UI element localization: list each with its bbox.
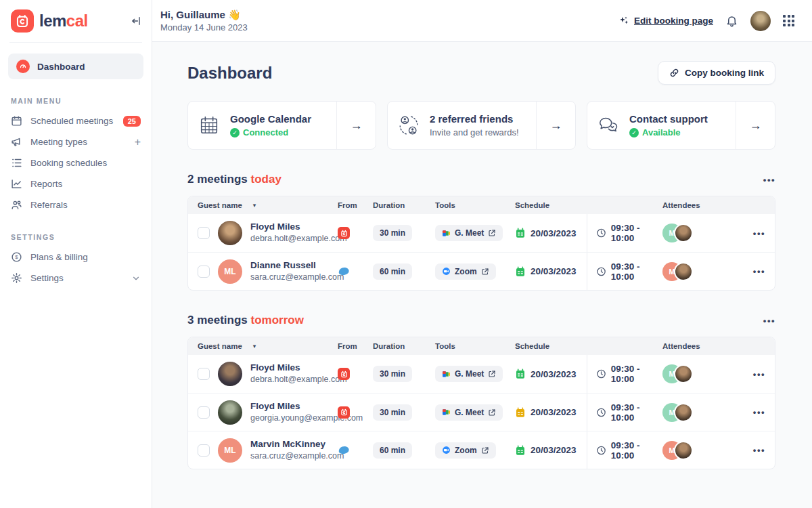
external-link-icon	[481, 446, 489, 454]
link-icon	[669, 68, 679, 78]
external-link-icon	[488, 370, 496, 378]
guest-name: Floyd Miles	[250, 221, 347, 233]
row-menu-button[interactable]: •••	[753, 266, 765, 276]
sidebar-item-reports[interactable]: Reports	[0, 173, 152, 194]
chevron-down-icon	[131, 274, 141, 283]
tool-link[interactable]: G. Meet	[435, 225, 503, 241]
sidebar-item-booking-schedules[interactable]: Booking schedules	[0, 152, 152, 173]
clock-icon	[596, 445, 606, 456]
lemlist-icon	[338, 445, 351, 455]
sidebar-item-plans-billing[interactable]: $ Plans & billing	[0, 247, 152, 268]
calendar-icon	[515, 368, 526, 379]
row-checkbox[interactable]	[198, 227, 210, 239]
column-schedule: Schedule	[515, 342, 662, 350]
attendee-avatar	[674, 262, 693, 281]
sidebar-item-dashboard[interactable]: Dashboard	[8, 54, 143, 79]
google-meet-icon	[442, 229, 451, 238]
section-menu-button[interactable]: •••	[763, 175, 775, 185]
edit-booking-page-link[interactable]: Edit booking page	[618, 16, 713, 26]
gear-icon	[11, 272, 22, 284]
table-header: Guest name▾ From Duration Tools Schedule…	[188, 196, 775, 214]
clock-icon	[596, 407, 606, 418]
apps-grid-icon[interactable]	[783, 15, 794, 26]
google-calendar-card[interactable]: Google Calendar ✓Connected →	[187, 101, 376, 150]
table-header: Guest name▾ From Duration Tools Schedule…	[188, 337, 775, 355]
section-title-today: 2 meetings today	[187, 173, 281, 186]
guest-email: debra.holt@example.com	[250, 233, 347, 245]
meeting-date: 20/03/2023	[531, 228, 577, 238]
guest-name: Floyd Miles	[250, 362, 347, 374]
wave-emoji: 👋	[228, 9, 241, 20]
row-checkbox[interactable]	[198, 444, 210, 457]
attendee-avatar	[674, 364, 693, 383]
attendee-avatar	[674, 441, 693, 460]
tool-link[interactable]: G. Meet	[435, 404, 503, 421]
clock-icon	[596, 228, 606, 238]
attendee-avatar	[674, 403, 693, 422]
notifications-bell-icon[interactable]	[725, 14, 738, 27]
check-icon: ✓	[629, 128, 639, 137]
logo: lemcal	[0, 0, 152, 42]
copy-booking-link-button[interactable]: Copy booking link	[658, 61, 775, 85]
google-meet-icon	[442, 370, 451, 379]
meetings-table-tomorrow: Guest name▾ From Duration Tools Schedule…	[187, 337, 775, 469]
section-menu-button[interactable]: •••	[763, 316, 775, 326]
svg-text:$: $	[15, 254, 18, 260]
arrow-right-icon[interactable]: →	[736, 102, 775, 149]
sidebar-item-label: Referrals	[30, 200, 141, 210]
guest-avatar: ML	[218, 259, 242, 284]
tool-link[interactable]: G. Meet	[435, 366, 503, 382]
meeting-date: 20/03/2023	[531, 266, 577, 276]
meeting-date: 20/03/2023	[531, 369, 577, 379]
referred-friends-icon	[388, 114, 430, 137]
tool-link[interactable]: Zoom	[435, 442, 496, 459]
greeting-block: Hi, Guillaume 👋 Monday 14 June 2023	[160, 9, 248, 33]
sidebar-item-label: Reports	[30, 179, 141, 189]
row-menu-button[interactable]: •••	[753, 445, 765, 455]
sidebar-item-scheduled-meetings[interactable]: Scheduled meetings 25	[0, 110, 152, 131]
sort-arrow-icon: ▾	[253, 202, 256, 209]
card-subtitle: Invite and get rewards!	[430, 127, 536, 137]
attendees-avatars: M	[662, 364, 693, 383]
column-attendees: Attendees	[662, 342, 738, 350]
row-menu-button[interactable]: •••	[753, 407, 765, 417]
sidebar-item-meeting-types[interactable]: Meeting types +	[0, 131, 152, 152]
row-menu-button[interactable]: •••	[753, 228, 765, 238]
calendar-icon	[515, 266, 526, 277]
row-checkbox[interactable]	[198, 368, 210, 380]
meeting-time: 09:30 - 10:00	[611, 261, 662, 282]
add-meeting-type-icon[interactable]: +	[135, 137, 141, 148]
zoom-icon	[442, 267, 451, 276]
arrow-right-icon[interactable]: →	[536, 102, 575, 149]
sidebar-item-referrals[interactable]: Referrals	[0, 194, 152, 215]
meeting-date: 20/03/2023	[531, 445, 577, 455]
section-title-tomorrow: 3 meetings tomorrow	[187, 314, 304, 327]
column-duration: Duration	[373, 201, 435, 209]
arrow-right-icon[interactable]: →	[336, 102, 376, 149]
collapse-sidebar-icon[interactable]	[131, 16, 142, 26]
column-tools: Tools	[435, 201, 515, 209]
meeting-time: 09:30 - 10:00	[611, 440, 662, 461]
sort-arrow-icon: ▾	[253, 343, 256, 350]
duration-badge: 60 min	[373, 263, 412, 280]
column-from: From	[338, 201, 373, 209]
contact-support-card[interactable]: Contact support ✓Available →	[587, 101, 775, 150]
row-menu-button[interactable]: •••	[753, 369, 765, 379]
sidebar: lemcal Dashboard MAIN MENU Scheduled mee…	[0, 0, 152, 508]
duration-badge: 30 min	[373, 225, 412, 241]
tool-link[interactable]: Zoom	[435, 263, 496, 280]
user-avatar[interactable]	[750, 11, 771, 31]
sidebar-item-settings[interactable]: Settings	[0, 268, 152, 289]
row-checkbox[interactable]	[198, 266, 210, 278]
referred-friends-card[interactable]: 2 referred friends Invite and get reward…	[387, 101, 576, 150]
row-checkbox[interactable]	[198, 406, 210, 419]
external-link-icon	[481, 268, 489, 276]
column-guest-name[interactable]: Guest name	[198, 201, 242, 209]
current-date: Monday 14 June 2023	[160, 22, 248, 33]
attendees-avatars: M	[662, 441, 693, 460]
meetings-table-today: Guest name▾ From Duration Tools Schedule…	[187, 196, 775, 291]
people-icon	[11, 199, 22, 211]
attendees-avatars: M	[662, 262, 693, 281]
column-guest-name[interactable]: Guest name	[198, 342, 242, 350]
table-row: Floyd Milesgeorgia.young@example.com 30 …	[188, 393, 775, 431]
